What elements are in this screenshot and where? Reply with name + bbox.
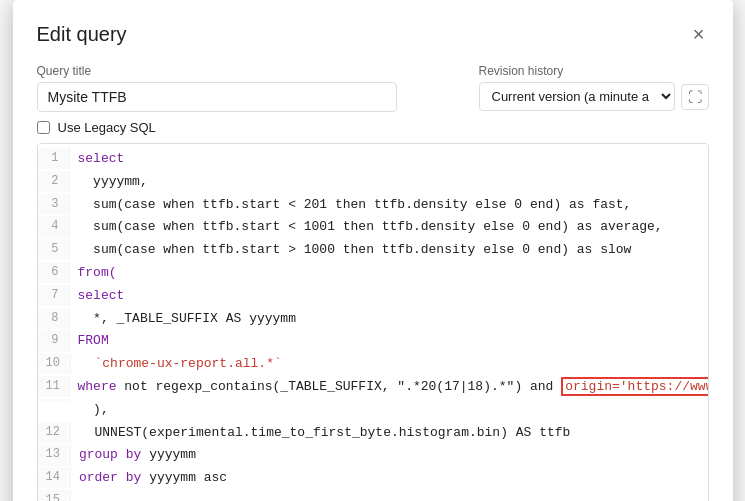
- legacy-sql-label: Use Legacy SQL: [58, 120, 156, 135]
- expand-revision-button[interactable]: ⛶: [681, 84, 709, 110]
- revision-history-label: Revision history: [479, 64, 709, 78]
- query-title-section: Query title: [37, 64, 455, 112]
- revision-history-section: Revision history Current version (a minu…: [479, 64, 709, 111]
- close-button[interactable]: ×: [689, 20, 709, 48]
- legacy-sql-row: Use Legacy SQL: [37, 120, 709, 135]
- legacy-sql-checkbox[interactable]: [37, 121, 50, 134]
- dialog-header: Edit query ×: [37, 20, 709, 48]
- query-title-label: Query title: [37, 64, 455, 78]
- expand-icon: ⛶: [688, 89, 702, 105]
- revision-controls: Current version (a minute a ⛶: [479, 82, 709, 111]
- revision-select[interactable]: Current version (a minute a: [479, 82, 675, 111]
- edit-query-dialog: Edit query × Query title Revision histor…: [13, 0, 733, 501]
- form-row-top: Query title Revision history Current ver…: [37, 64, 709, 112]
- query-title-input[interactable]: [37, 82, 397, 112]
- dialog-title: Edit query: [37, 23, 127, 46]
- code-editor[interactable]: 1select2 yyyymm,3 sum(case when ttfb.sta…: [37, 143, 709, 501]
